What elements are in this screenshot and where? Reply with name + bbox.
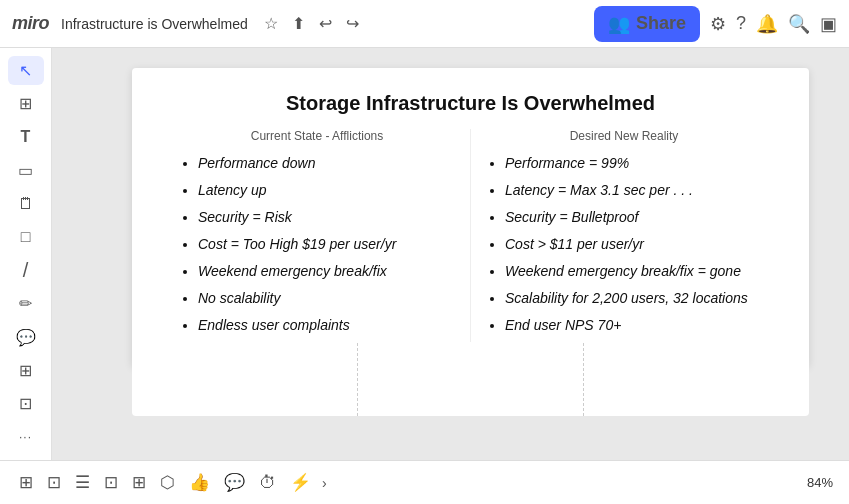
comment-tool[interactable]: 💬 bbox=[8, 323, 44, 352]
list-item: Latency up bbox=[198, 180, 454, 201]
columns-container: Current State - Afflictions Performance … bbox=[164, 129, 777, 342]
left-sidebar: ↖ ⊞ T ▭ 🗒 □ / ✏ 💬 ⊞ ⊡ ··· bbox=[0, 48, 52, 460]
list-item: Latency = Max 3.1 sec per . . . bbox=[505, 180, 761, 201]
rectangle-tool[interactable]: □ bbox=[8, 223, 44, 252]
share-upload-icon[interactable]: ⬆ bbox=[288, 10, 309, 37]
sticky-tool[interactable]: 🗒 bbox=[8, 189, 44, 218]
main-area: ↖ ⊞ T ▭ 🗒 □ / ✏ 💬 ⊞ ⊡ ··· Storage Infras… bbox=[0, 48, 849, 460]
list-item: Performance down bbox=[198, 153, 454, 174]
bottombar-tools: ⊞ ⊡ ☰ ⊡ ⊞ ⬡ 👍 💬 ⏱ ⚡ › bbox=[16, 469, 797, 496]
component-tool[interactable]: ⊡ bbox=[8, 389, 44, 418]
list-item: Endless user complaints bbox=[198, 315, 454, 336]
share-button[interactable]: 👥 Share bbox=[594, 6, 700, 42]
export-icon[interactable]: ⬡ bbox=[157, 469, 178, 496]
text-tool[interactable]: T bbox=[8, 123, 44, 152]
left-column-header: Current State - Afflictions bbox=[180, 129, 454, 143]
chat-icon[interactable]: 💬 bbox=[221, 469, 248, 496]
bottombar: ⊞ ⊡ ☰ ⊡ ⊞ ⬡ 👍 💬 ⏱ ⚡ › 84% bbox=[0, 460, 849, 504]
topbar-right: 👥 Share ⚙ ? 🔔 🔍 ▣ bbox=[594, 6, 837, 42]
settings-icon[interactable]: ⚙ bbox=[710, 13, 726, 35]
list-item: Performance = 99% bbox=[505, 153, 761, 174]
lightning-icon[interactable]: ⚡ bbox=[287, 469, 314, 496]
grid-col-2 bbox=[358, 343, 584, 416]
left-column: Current State - Afflictions Performance … bbox=[164, 129, 470, 342]
expand-icon[interactable]: › bbox=[322, 475, 327, 491]
like-icon[interactable]: 👍 bbox=[186, 469, 213, 496]
miro-logo: miro bbox=[12, 13, 49, 34]
component-icon[interactable]: ⊡ bbox=[44, 469, 64, 496]
line-tool[interactable]: / bbox=[8, 256, 44, 285]
shapes-tool[interactable]: ▭ bbox=[8, 156, 44, 185]
more-tools[interactable]: ··· bbox=[8, 423, 44, 452]
share-icon: 👥 bbox=[608, 13, 630, 35]
card-title: Storage Infrastructure Is Overwhelmed bbox=[164, 92, 777, 115]
list-item: Cost > $11 per user/yr bbox=[505, 234, 761, 255]
table2-icon[interactable]: ⊞ bbox=[129, 469, 149, 496]
help-icon[interactable]: ? bbox=[736, 13, 746, 34]
list-item: No scalability bbox=[198, 288, 454, 309]
right-column-header: Desired New Reality bbox=[487, 129, 761, 143]
left-column-list: Performance down Latency up Security = R… bbox=[180, 153, 454, 336]
list-item: Security = Bulletproof bbox=[505, 207, 761, 228]
list-item: Weekend emergency break/fix = gone bbox=[505, 261, 761, 282]
list-item: Weekend emergency break/fix bbox=[198, 261, 454, 282]
table-tool[interactable]: ⊞ bbox=[8, 356, 44, 385]
frames-tool[interactable]: ⊞ bbox=[8, 89, 44, 118]
redo-icon[interactable]: ↪ bbox=[342, 10, 363, 37]
list-icon[interactable]: ☰ bbox=[72, 469, 93, 496]
grid-area bbox=[132, 343, 809, 416]
canvas-area[interactable]: Storage Infrastructure Is Overwhelmed Cu… bbox=[52, 48, 849, 460]
grid-icon[interactable]: ⊞ bbox=[16, 469, 36, 496]
grid-col-1 bbox=[132, 343, 358, 416]
undo-icon[interactable]: ↩ bbox=[315, 10, 336, 37]
list-item: Scalability for 2,200 users, 32 location… bbox=[505, 288, 761, 309]
content-card: Storage Infrastructure Is Overwhelmed Cu… bbox=[132, 68, 809, 366]
notifications-icon[interactable]: 🔔 bbox=[756, 13, 778, 35]
select-tool[interactable]: ↖ bbox=[8, 56, 44, 85]
list-item: Security = Risk bbox=[198, 207, 454, 228]
zoom-level[interactable]: 84% bbox=[807, 475, 833, 490]
list-item: End user NPS 70+ bbox=[505, 315, 761, 336]
right-column: Desired New Reality Performance = 99% La… bbox=[470, 129, 777, 342]
topbar: miro Infrastructure is Overwhelmed ☆ ⬆ ↩… bbox=[0, 0, 849, 48]
panel-icon[interactable]: ▣ bbox=[820, 13, 837, 35]
grid-col-3 bbox=[584, 343, 809, 416]
search-icon[interactable]: 🔍 bbox=[788, 13, 810, 35]
right-column-list: Performance = 99% Latency = Max 3.1 sec … bbox=[487, 153, 761, 336]
list-item: Cost = Too High $19 per user/yr bbox=[198, 234, 454, 255]
share-label: Share bbox=[636, 13, 686, 34]
frame-icon[interactable]: ⊡ bbox=[101, 469, 121, 496]
star-icon[interactable]: ☆ bbox=[260, 10, 282, 37]
topbar-doc-actions: ☆ ⬆ ↩ ↪ bbox=[260, 10, 363, 37]
timer-icon[interactable]: ⏱ bbox=[256, 470, 279, 496]
doc-title[interactable]: Infrastructure is Overwhelmed bbox=[61, 16, 248, 32]
pencil-tool[interactable]: ✏ bbox=[8, 289, 44, 318]
